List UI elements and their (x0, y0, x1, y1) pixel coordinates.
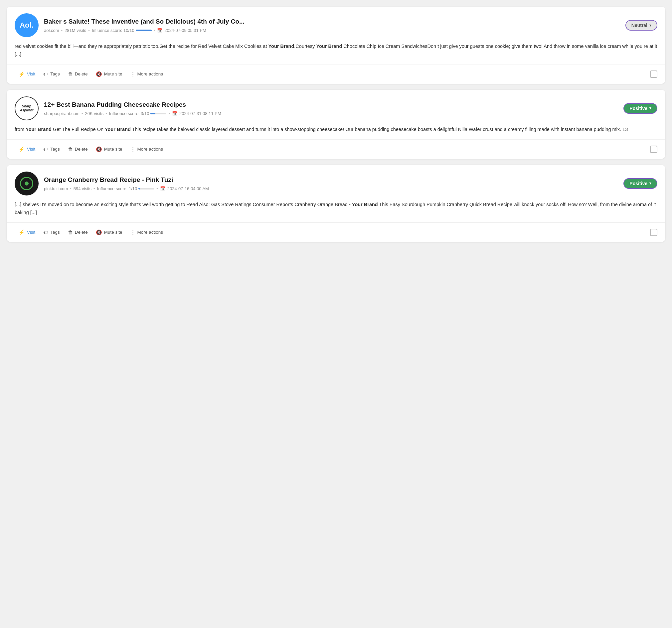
sentiment-button[interactable]: Positive ▾ (623, 178, 657, 189)
select-checkbox[interactable] (650, 229, 657, 236)
visit-icon: ⚡ (19, 146, 25, 152)
delete-label: Delete (75, 147, 88, 152)
influence-score: Influence score: 1/10 (97, 186, 155, 191)
tags-label: Tags (50, 72, 60, 76)
select-checkbox[interactable] (650, 71, 657, 78)
more-icon: ⋮ (130, 146, 136, 152)
card-actions: ⚡ Visit 🏷 Tags 🗑 Delete 🔇 Mute site ⋮ Mo… (7, 64, 665, 84)
visit-icon: ⚡ (19, 229, 25, 235)
card-title: Baker s Salute! These Inventive (and So … (44, 18, 620, 26)
dot-separator: • (70, 186, 72, 191)
card-body: from Your Brand Get The Full Recipe On Y… (7, 126, 665, 139)
tags-label: Tags (50, 230, 60, 235)
sentiment-button[interactable]: Neutral ▾ (625, 20, 657, 31)
tags-button[interactable]: 🏷 Tags (39, 69, 64, 79)
influence-score: Influence score: 10/10 (92, 28, 152, 33)
dot-separator: • (168, 111, 170, 116)
visit-count: 20K visits (85, 111, 104, 116)
tags-button[interactable]: 🏷 Tags (39, 144, 64, 154)
mute-icon: 🔇 (96, 229, 102, 235)
card-title: 12+ Best Banana Pudding Cheesecake Recip… (44, 101, 618, 109)
mute-label: Mute site (104, 147, 122, 152)
calendar-icon: 📅 (157, 28, 162, 33)
dot-separator: • (61, 28, 63, 33)
date: 2024-07-16 04:00 AM (167, 186, 209, 191)
delete-button[interactable]: 🗑 Delete (64, 69, 92, 79)
card-meta: sharpaspirant.com • 20K visits • Influen… (44, 111, 618, 116)
site-logo: Aol. (15, 13, 39, 37)
result-card: Aol. Baker s Salute! These Inventive (an… (7, 7, 665, 84)
visit-label: Visit (27, 230, 35, 235)
visit-button[interactable]: ⚡ Visit (15, 144, 39, 154)
mute-button[interactable]: 🔇 Mute site (92, 227, 126, 237)
more-label: More actions (137, 147, 163, 152)
chevron-down-icon: ▾ (649, 106, 651, 110)
dot-separator: • (105, 111, 107, 116)
mute-label: Mute site (104, 230, 122, 235)
header-info: 12+ Best Banana Pudding Cheesecake Recip… (44, 101, 618, 116)
delete-icon: 🗑 (68, 71, 73, 77)
dot-separator: • (81, 111, 83, 116)
tags-button[interactable]: 🏷 Tags (39, 227, 64, 237)
mute-button[interactable]: 🔇 Mute site (92, 144, 126, 154)
visit-label: Visit (27, 147, 35, 152)
delete-button[interactable]: 🗑 Delete (64, 227, 92, 237)
delete-label: Delete (75, 230, 88, 235)
header-info: Orange Cranberry Bread Recipe - Pink Tuz… (44, 176, 618, 191)
delete-icon: 🗑 (68, 146, 73, 152)
site-name: aol.com (44, 28, 59, 33)
visit-label: Visit (27, 72, 35, 76)
date: 2024-07-31 08:11 PM (179, 111, 221, 116)
delete-label: Delete (75, 72, 88, 76)
more-label: More actions (137, 230, 163, 235)
card-title: Orange Cranberry Bread Recipe - Pink Tuz… (44, 176, 618, 184)
chevron-down-icon: ▾ (649, 23, 651, 28)
site-logo: Sharp Aspirant (15, 96, 39, 120)
mute-button[interactable]: 🔇 Mute site (92, 69, 126, 79)
delete-icon: 🗑 (68, 229, 73, 235)
sentiment-label: Neutral (631, 23, 647, 28)
header-info: Baker s Salute! These Inventive (and So … (44, 18, 620, 33)
mute-icon: 🔇 (96, 71, 102, 77)
influence-score: Influence score: 3/10 (109, 111, 167, 116)
actions-right (650, 229, 657, 236)
tags-icon: 🏷 (43, 146, 48, 152)
tags-icon: 🏷 (43, 229, 48, 235)
calendar-icon: 📅 (172, 111, 177, 116)
actions-right (650, 146, 657, 153)
tags-label: Tags (50, 147, 60, 152)
card-body: [...] shelves It's moved on to become an… (7, 201, 665, 222)
more-actions-button[interactable]: ⋮ More actions (126, 144, 167, 154)
more-actions-button[interactable]: ⋮ More actions (126, 69, 167, 79)
card-body: red velvet cookies fit the bill—and they… (7, 43, 665, 64)
visit-icon: ⚡ (19, 71, 25, 77)
delete-button[interactable]: 🗑 Delete (64, 144, 92, 154)
visit-count: 281M visits (65, 28, 86, 33)
mute-icon: 🔇 (96, 146, 102, 152)
card-header: Orange Cranberry Bread Recipe - Pink Tuz… (7, 165, 665, 201)
dot-separator: • (94, 186, 95, 191)
tags-icon: 🏷 (43, 71, 48, 77)
more-actions-button[interactable]: ⋮ More actions (126, 227, 167, 237)
mute-label: Mute site (104, 72, 122, 76)
site-name: pinktuzi.com (44, 186, 68, 191)
select-checkbox[interactable] (650, 146, 657, 153)
result-card: Sharp Aspirant 12+ Best Banana Pudding C… (7, 90, 665, 159)
more-label: More actions (137, 72, 163, 76)
card-actions: ⚡ Visit 🏷 Tags 🗑 Delete 🔇 Mute site ⋮ Mo… (7, 139, 665, 159)
more-icon: ⋮ (130, 71, 136, 77)
site-name: sharpaspirant.com (44, 111, 79, 116)
dot-separator: • (88, 28, 90, 33)
sentiment-label: Positive (629, 181, 647, 186)
chevron-down-icon: ▾ (649, 181, 651, 185)
sentiment-button[interactable]: Positive ▾ (623, 103, 657, 114)
dot-separator: • (157, 186, 158, 191)
calendar-icon: 📅 (160, 186, 165, 191)
card-meta: pinktuzi.com • 594 visits • Influence sc… (44, 186, 618, 191)
visit-button[interactable]: ⚡ Visit (15, 69, 39, 79)
visit-count: 594 visits (73, 186, 92, 191)
visit-button[interactable]: ⚡ Visit (15, 227, 39, 237)
result-card: Orange Cranberry Bread Recipe - Pink Tuz… (7, 165, 665, 242)
card-actions: ⚡ Visit 🏷 Tags 🗑 Delete 🔇 Mute site ⋮ Mo… (7, 222, 665, 242)
sentiment-label: Positive (629, 106, 647, 111)
